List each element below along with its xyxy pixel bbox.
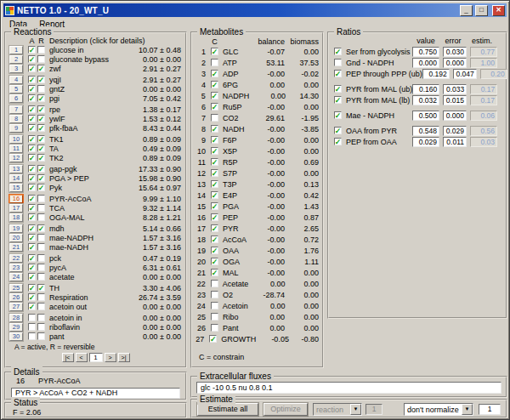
metabolite-constrain-checkbox[interactable]: ✓ <box>211 258 218 265</box>
reaction-description[interactable]: Respiration <box>49 293 88 302</box>
reaction-number-button[interactable]: 25 <box>9 284 23 292</box>
ratio-checkbox[interactable]: ✓ <box>334 111 342 119</box>
metabolite-constrain-checkbox[interactable]: ✓ <box>211 180 218 188</box>
reaction-description[interactable]: acetoin out <box>49 303 87 311</box>
reaction-reversible-checkbox[interactable] <box>37 323 45 331</box>
metabolite-constrain-checkbox[interactable]: ✓ <box>211 191 218 199</box>
ratio-value-input[interactable]: 0.000 <box>412 58 439 68</box>
extracellular-fluxes-input[interactable]: glc -10 0.5 nu 0.8 0.1 <box>196 382 502 394</box>
reaction-reversible-checkbox[interactable] <box>37 46 45 54</box>
reaction-active-checkbox[interactable]: ✓ <box>28 145 36 152</box>
ratio-value-input[interactable]: 0.029 <box>412 137 439 147</box>
reaction-reversible-checkbox[interactable] <box>37 204 45 212</box>
reaction-reversible-checkbox[interactable] <box>37 293 45 301</box>
reaction-reversible-checkbox[interactable]: ✓ <box>37 65 45 72</box>
reaction-active-checkbox[interactable]: ✓ <box>28 124 36 132</box>
reaction-active-checkbox[interactable]: ✓ <box>28 105 36 113</box>
reaction-description[interactable]: gluconate bypass <box>49 55 109 64</box>
reaction-number-button[interactable]: 26 <box>9 293 23 302</box>
reaction-active-checkbox[interactable]: ✓ <box>28 254 36 262</box>
reaction-description[interactable]: riboflavin <box>49 323 80 332</box>
reaction-description[interactable]: yqjI <box>49 76 61 84</box>
reaction-reversible-checkbox[interactable] <box>37 213 45 221</box>
reaction-active-checkbox[interactable] <box>28 323 36 331</box>
reaction-description[interactable]: OGA-MAL <box>49 213 85 222</box>
reaction-description[interactable]: TCA <box>49 204 65 213</box>
reaction-reversible-checkbox[interactable]: ✓ <box>37 154 45 162</box>
metabolite-constrain-checkbox[interactable]: ✓ <box>211 147 218 155</box>
reaction-description[interactable]: acetate <box>49 273 75 281</box>
reaction-number-button[interactable]: 8 <box>9 115 23 123</box>
metabolite-constrain-checkbox[interactable]: ✓ <box>211 103 218 111</box>
title-bar[interactable]: NETTO 1.0 - 20_WT_U _ □ ✕ <box>3 3 507 17</box>
reaction-reversible-checkbox[interactable]: ✓ <box>37 135 45 143</box>
metabolite-constrain-checkbox[interactable]: ✓ <box>211 92 218 99</box>
reaction-active-checkbox[interactable]: ✓ <box>28 293 36 301</box>
reaction-active-checkbox[interactable]: ✓ <box>28 165 36 173</box>
reaction-reversible-checkbox[interactable]: ✓ <box>37 174 45 182</box>
reaction-number-button[interactable]: 6 <box>9 94 23 103</box>
reaction-number-button[interactable]: 22 <box>9 254 23 263</box>
reaction-description[interactable]: pant <box>49 332 65 341</box>
reaction-number-button[interactable]: 17 <box>9 204 23 213</box>
metabolite-constrain-checkbox[interactable]: ✓ <box>209 335 217 343</box>
reaction-active-checkbox[interactable]: ✓ <box>28 213 36 221</box>
reaction-description[interactable]: PGA > PEP <box>49 174 89 183</box>
reaction-active-checkbox[interactable]: ✓ <box>28 234 36 241</box>
reaction-description[interactable]: TK1 <box>49 135 64 144</box>
reaction-active-checkbox[interactable]: ✓ <box>28 135 36 143</box>
ratio-error-input[interactable]: 0.030 <box>443 47 467 57</box>
ratio-value-input[interactable]: 0.160 <box>412 84 439 94</box>
ratio-checkbox[interactable]: ✓ <box>334 70 342 77</box>
metabolite-constrain-checkbox[interactable]: ✓ <box>211 169 218 177</box>
pager-next-button[interactable]: > <box>105 353 116 362</box>
metabolite-constrain-checkbox[interactable] <box>211 291 218 298</box>
reaction-reversible-checkbox[interactable] <box>37 314 45 321</box>
reaction-active-checkbox[interactable]: ✓ <box>28 224 36 232</box>
reaction-reversible-checkbox[interactable]: ✓ <box>37 165 45 173</box>
reaction-reversible-checkbox[interactable] <box>37 243 45 251</box>
reaction-number-button[interactable]: 30 <box>9 332 23 341</box>
reaction-number-button[interactable]: 3 <box>9 65 23 73</box>
metabolite-constrain-checkbox[interactable] <box>211 280 218 287</box>
metabolite-constrain-checkbox[interactable]: ✓ <box>211 70 218 77</box>
reaction-description[interactable]: pycA <box>49 264 66 272</box>
reaction-active-checkbox[interactable]: ✓ <box>28 174 36 182</box>
reaction-reversible-checkbox[interactable] <box>37 55 45 63</box>
reaction-description[interactable]: glucose in <box>49 46 84 54</box>
reaction-description[interactable]: mdh <box>49 224 65 233</box>
metabolite-constrain-checkbox[interactable]: ✓ <box>211 213 218 221</box>
metabolite-constrain-checkbox[interactable]: ✓ <box>211 202 218 210</box>
reaction-active-checkbox[interactable]: ✓ <box>28 115 36 122</box>
metabolite-constrain-checkbox[interactable]: ✓ <box>211 136 218 144</box>
ratio-checkbox[interactable]: ✓ <box>334 138 342 145</box>
reaction-number-button[interactable]: 18 <box>9 213 23 222</box>
ratio-error-input[interactable]: 0.011 <box>443 137 467 147</box>
estimate-all-button[interactable]: Estimate all <box>197 403 258 416</box>
reaction-description[interactable]: mae-NADPH <box>49 234 94 242</box>
reaction-number-button[interactable]: 9 <box>9 124 23 133</box>
ratio-error-input[interactable]: 0.000 <box>443 111 467 121</box>
reaction-number-button[interactable]: 19 <box>9 224 23 233</box>
reaction-reversible-checkbox[interactable]: ✓ <box>37 105 45 113</box>
reaction-number-button[interactable]: 5 <box>9 85 23 94</box>
reaction-number-button[interactable]: 1 <box>9 46 23 54</box>
reaction-number-button[interactable]: 13 <box>9 165 23 173</box>
ratio-value-input[interactable]: 0.750 <box>412 47 439 57</box>
reaction-number-button[interactable]: 12 <box>9 154 23 162</box>
reaction-active-checkbox[interactable] <box>28 314 36 321</box>
reaction-reversible-checkbox[interactable]: ✓ <box>37 224 45 232</box>
ratio-checkbox[interactable]: ✓ <box>334 48 342 55</box>
maximize-button[interactable]: □ <box>475 5 488 16</box>
reaction-active-checkbox[interactable]: ✓ <box>28 204 36 212</box>
reaction-number-button[interactable]: 7 <box>9 105 23 114</box>
reaction-active-checkbox[interactable]: ✓ <box>28 46 36 54</box>
reaction-active-checkbox[interactable] <box>28 332 36 340</box>
reaction-active-checkbox[interactable]: ✓ <box>28 243 36 251</box>
metabolite-constrain-checkbox[interactable] <box>211 313 218 321</box>
ratio-error-input[interactable]: 0.015 <box>443 95 467 105</box>
reaction-reversible-checkbox[interactable] <box>37 85 45 93</box>
normalize-select[interactable]: don't normalize ▼ <box>404 403 473 416</box>
ratio-error-input[interactable]: 0.000 <box>443 58 467 68</box>
reaction-description[interactable]: zwf <box>49 65 61 73</box>
